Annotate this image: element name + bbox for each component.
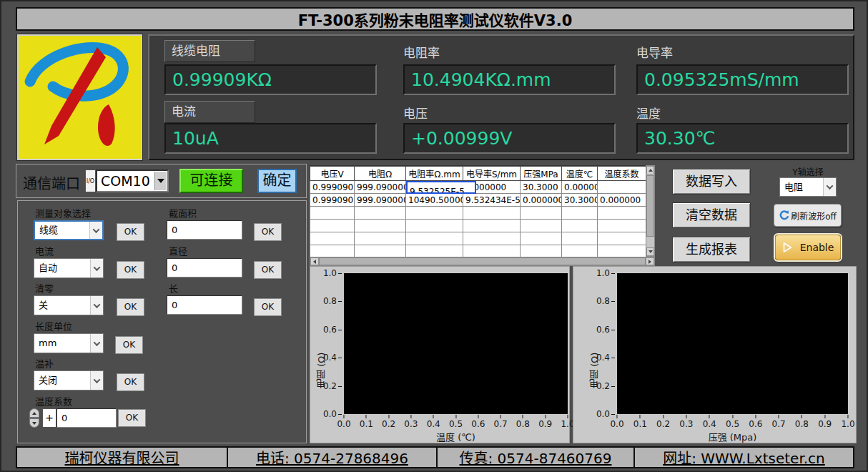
table-cell[interactable] [463, 207, 521, 220]
table-header-cell[interactable]: 压强MPa [521, 167, 562, 181]
table-cell[interactable] [406, 245, 463, 257]
table-cell[interactable]: 0.000000 [598, 194, 646, 207]
dropdown-arrow-icon[interactable] [154, 172, 167, 190]
chevron-down-icon[interactable] [90, 296, 103, 315]
current-mode-ok-button[interactable]: OK [117, 261, 144, 279]
comm-port-select[interactable]: COM10 [96, 169, 169, 192]
table-header-cell[interactable]: 电阻Ω [355, 167, 406, 181]
table-cell[interactable] [355, 220, 406, 232]
table-row[interactable] [310, 220, 646, 232]
table-vertical-scrollbar[interactable] [646, 165, 655, 257]
table-row[interactable] [310, 232, 646, 245]
zero-clear-ok-button[interactable]: OK [117, 298, 144, 316]
table-cell[interactable] [562, 220, 598, 232]
plot-area[interactable] [344, 273, 568, 414]
table-cell[interactable]: 10490.500000 [406, 194, 463, 207]
table-cell[interactable] [406, 207, 463, 220]
table-cell[interactable]: 9.532434E-5 [463, 194, 521, 207]
length-unit-select[interactable]: mm [34, 333, 104, 353]
table-cell[interactable] [355, 232, 406, 245]
temp-comp-ok-button[interactable]: OK [117, 373, 144, 391]
table-cell[interactable]: 999.090000 [355, 194, 406, 207]
table-cell[interactable]: 999.090000 [355, 181, 406, 194]
table-row[interactable] [310, 207, 646, 220]
clear-data-button[interactable]: 清空数据 [672, 202, 751, 228]
chevron-down-icon[interactable] [90, 334, 103, 353]
measure-object-ok-button[interactable]: OK [117, 223, 144, 241]
table-cell[interactable] [562, 245, 598, 257]
scroll-up-icon[interactable] [646, 166, 654, 174]
plot-area[interactable] [617, 273, 848, 414]
confirm-button[interactable]: 确定 [257, 169, 297, 193]
current-mode-select[interactable]: 自动 [34, 258, 104, 278]
table-header-cell[interactable]: 温度℃ [562, 167, 598, 181]
table-row[interactable]: 0.999090999.09000010490.5000009.532434E-… [310, 194, 646, 207]
chevron-down-icon[interactable] [90, 259, 103, 277]
table-cell[interactable] [598, 207, 646, 220]
table-header-cell[interactable]: 电阻率Ω.mm [406, 167, 463, 181]
table-cell[interactable] [521, 220, 562, 232]
temp-coeff-ok-button[interactable]: OK [118, 409, 146, 427]
scroll-down-icon[interactable] [646, 247, 654, 256]
table-cell[interactable] [406, 220, 463, 232]
table-cell[interactable] [521, 232, 562, 245]
zero-clear-select[interactable]: 关 [34, 295, 104, 315]
table-cell[interactable] [310, 232, 355, 245]
table-cell[interactable] [521, 245, 562, 257]
scroll-right-icon[interactable] [646, 257, 654, 265]
table-cell[interactable] [598, 232, 646, 245]
table-cell[interactable]: 9.532525E-5 [406, 181, 476, 194]
table-cell[interactable] [463, 232, 521, 245]
scrollbar-thumb[interactable] [319, 257, 646, 265]
cross-section-input[interactable] [167, 220, 242, 240]
table-cell[interactable] [310, 207, 355, 220]
table-cell[interactable] [310, 245, 355, 257]
y-axis-select[interactable]: 电阻 [779, 177, 837, 197]
table-cell[interactable] [521, 207, 562, 220]
enable-button[interactable]: Enable [775, 235, 841, 260]
diameter-ok-button[interactable]: OK [254, 261, 282, 279]
table-cell[interactable] [355, 245, 406, 257]
table-cell[interactable]: 0.999090 [310, 194, 355, 207]
measure-object-select[interactable]: 线缆 [34, 220, 104, 240]
temp-coeff-input[interactable] [56, 408, 117, 428]
temp-coeff-spinner[interactable] [29, 408, 39, 428]
table-cell[interactable]: 0.999090 [310, 181, 355, 194]
table-cell[interactable]: 0.000000 [562, 181, 598, 194]
table-cell[interactable] [310, 220, 355, 232]
temp-comp-select[interactable]: 关闭 [34, 370, 104, 390]
table-cell[interactable] [463, 245, 521, 257]
table-cell[interactable]: 30.3000 [521, 181, 562, 194]
chevron-down-icon[interactable] [90, 371, 103, 390]
chevron-down-icon[interactable] [823, 178, 836, 196]
spinner-up-icon[interactable] [29, 408, 39, 418]
connect-status-button[interactable]: 可连接 [179, 169, 243, 193]
table-cell[interactable] [598, 220, 646, 232]
table-header-cell[interactable]: 电导率S/mm [463, 167, 521, 181]
refresh-waveform-button[interactable]: 刷新波形off [774, 204, 842, 227]
table-cell[interactable]: 0.000000 [521, 194, 562, 207]
scrollbar-thumb[interactable] [646, 175, 654, 237]
length-input[interactable] [167, 295, 242, 315]
table-row[interactable] [310, 245, 646, 257]
length-ok-button[interactable]: OK [254, 298, 282, 316]
scroll-left-icon[interactable] [310, 257, 319, 265]
table-cell[interactable] [562, 207, 598, 220]
table-cell[interactable] [598, 245, 646, 257]
table-cell[interactable]: 30.3000 [562, 194, 598, 207]
chevron-down-icon[interactable] [89, 222, 102, 239]
length-unit-ok-button[interactable]: OK [115, 336, 143, 354]
table-row[interactable]: 0.999090999.09000010490.4000009.532525E-… [310, 181, 646, 194]
write-data-button[interactable]: 数据写入 [672, 169, 751, 195]
spinner-down-icon[interactable] [29, 418, 39, 428]
table-horizontal-scrollbar[interactable] [310, 257, 655, 266]
table-header-cell[interactable]: 电压V [310, 167, 355, 181]
diameter-input[interactable] [167, 258, 242, 277]
table-cell[interactable] [355, 207, 406, 220]
table-header-cell[interactable]: 温度系数 [598, 167, 646, 181]
table-cell[interactable] [406, 232, 463, 245]
table-cell[interactable] [562, 232, 598, 245]
cross-section-ok-button[interactable]: OK [254, 223, 282, 241]
generate-report-button[interactable]: 生成报表 [672, 237, 751, 262]
table-cell[interactable] [463, 220, 521, 232]
